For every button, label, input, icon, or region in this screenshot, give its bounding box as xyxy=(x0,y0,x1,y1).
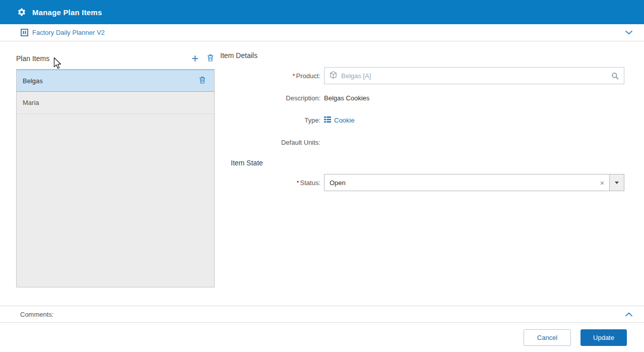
list-item-label: Belgas xyxy=(23,77,43,85)
product-input[interactable]: Belgas [A] xyxy=(324,67,624,84)
status-value: Open xyxy=(325,174,595,191)
chevron-up-icon xyxy=(625,311,633,318)
type-grid-icon xyxy=(324,116,331,124)
plan-items-panel: Plan Items + Belgas Maria xyxy=(16,51,215,287)
required-asterisk: * xyxy=(293,72,295,80)
delete-plan-item-button[interactable] xyxy=(206,53,215,64)
update-button[interactable]: Update xyxy=(581,329,627,346)
list-item-maria[interactable]: Maria xyxy=(17,92,214,114)
chevron-down-icon xyxy=(625,29,633,36)
status-row: *Status: Open × xyxy=(220,174,628,191)
status-select[interactable]: Open × xyxy=(324,174,624,191)
product-value: Belgas [A] xyxy=(341,72,610,80)
type-row: Type: Cookie xyxy=(220,111,628,129)
plan-items-title: Plan Items xyxy=(16,54,49,63)
product-field: Belgas [A] xyxy=(324,67,624,84)
status-label-text: Status: xyxy=(300,179,320,187)
product-icon xyxy=(330,71,337,81)
expand-comments-button[interactable] xyxy=(623,309,635,320)
default-units-label: Default Units: xyxy=(220,139,324,146)
list-item-label: Maria xyxy=(23,99,39,106)
required-asterisk: * xyxy=(296,179,299,187)
list-item-belgas[interactable]: Belgas xyxy=(17,70,214,92)
planner-icon xyxy=(21,29,28,36)
comments-section: Comments: xyxy=(0,306,644,323)
planner-bar: Factory Daily Planner V2 xyxy=(0,24,644,41)
cancel-button[interactable]: Cancel xyxy=(524,329,571,346)
comments-label: Comments: xyxy=(20,311,53,318)
status-label: *Status: xyxy=(220,179,324,187)
item-details-title: Item Details xyxy=(220,51,628,60)
product-label-text: Product: xyxy=(296,72,320,80)
planner-name[interactable]: Factory Daily Planner V2 xyxy=(32,29,105,36)
page-title: Manage Plan Items xyxy=(32,8,102,17)
description-label: Description: xyxy=(220,94,324,102)
product-row: *Product: Belgas [A] xyxy=(220,67,628,84)
status-dropdown-button[interactable] xyxy=(609,174,624,191)
description-value: Belgas Cookies xyxy=(324,94,369,102)
item-state-title: Item State xyxy=(231,159,628,167)
plan-items-list: Belgas Maria xyxy=(16,69,215,287)
footer-bar: Cancel Update xyxy=(0,323,644,352)
add-plan-item-button[interactable]: + xyxy=(190,52,200,65)
description-row: Description: Belgas Cookies xyxy=(220,89,628,106)
app-header: Manage Plan Items xyxy=(0,0,644,24)
dropdown-arrow-icon xyxy=(615,182,619,184)
manage-gear-icon xyxy=(17,8,26,17)
description-field: Belgas Cookies xyxy=(324,93,624,102)
type-value: Cookie xyxy=(334,116,354,124)
product-label: *Product: xyxy=(220,72,324,80)
trash-icon xyxy=(207,54,214,63)
item-details-panel: Item Details *Product: Belgas [A] Descri… xyxy=(220,51,628,287)
search-icon[interactable] xyxy=(610,71,620,81)
delete-row-button[interactable] xyxy=(198,75,207,86)
status-field: Open × xyxy=(324,174,624,191)
trash-icon xyxy=(199,76,206,85)
main-content: Plan Items + Belgas Maria xyxy=(0,41,644,287)
clear-icon[interactable]: × xyxy=(595,174,609,191)
type-link[interactable]: Cookie xyxy=(324,116,354,124)
type-field: Cookie xyxy=(324,115,624,125)
collapse-panel-button[interactable] xyxy=(623,27,635,38)
plan-items-header: Plan Items + xyxy=(16,51,215,66)
default-units-row: Default Units: xyxy=(220,134,628,151)
type-label: Type: xyxy=(220,116,324,124)
